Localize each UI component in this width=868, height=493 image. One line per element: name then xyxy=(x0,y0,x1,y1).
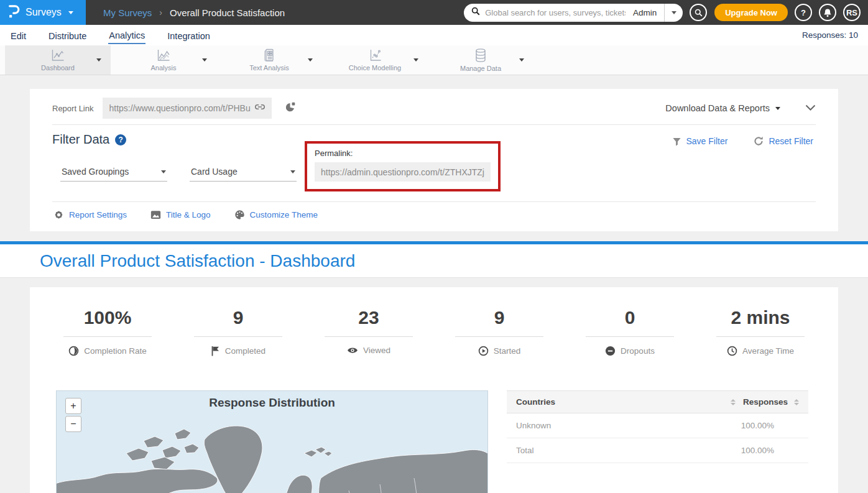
gear-icon xyxy=(53,210,64,220)
responses-cell: 100.00% xyxy=(741,421,799,430)
search-input[interactable] xyxy=(485,8,626,17)
divider xyxy=(52,124,816,125)
page-title: Overall Product Satisfaction - Dashboard xyxy=(40,251,355,271)
countries-table-header: Countries Responses xyxy=(507,390,808,413)
save-filter-label: Save Filter xyxy=(686,136,728,146)
search-button[interactable] xyxy=(690,4,707,21)
chevron-down-icon xyxy=(68,11,73,14)
divider xyxy=(586,336,674,337)
tab-analysis[interactable]: Analysis xyxy=(111,45,216,75)
tab-dropdown-icon[interactable] xyxy=(413,58,418,62)
column-responses[interactable]: Responses xyxy=(743,397,788,407)
search-scope-dropdown[interactable] xyxy=(664,4,683,22)
analytics-toolbar: Dashboard Analysis Text Analysis Choice … xyxy=(0,45,868,75)
table-row: Total 100.00% xyxy=(507,438,808,463)
questionpro-logo-icon xyxy=(8,4,20,21)
user-avatar[interactable]: RS xyxy=(843,4,861,21)
nav-integration[interactable]: Integration xyxy=(167,27,211,44)
divider xyxy=(716,336,805,337)
saved-groupings-select[interactable]: Saved Groupings xyxy=(60,164,167,182)
search-scope-selector[interactable]: Admin xyxy=(626,8,664,17)
stat-completed: 9 Completed xyxy=(173,307,303,356)
tab-dropdown-icon[interactable] xyxy=(308,58,313,62)
tab-dropdown-icon[interactable] xyxy=(202,58,207,62)
table-row: Unknown 100.00% xyxy=(507,413,808,438)
stat-viewed: 23 Viewed xyxy=(303,307,434,356)
divider xyxy=(194,336,282,337)
countries-table: Countries Responses Unknown 100.00% Tota… xyxy=(507,390,808,463)
breadcrumb: My Surveys › Overall Product Satisfactio… xyxy=(103,7,285,18)
save-filter-button[interactable]: Save Filter xyxy=(672,136,728,146)
nav-distribute[interactable]: Distribute xyxy=(48,27,87,44)
download-label: Download Data & Reports xyxy=(665,103,770,113)
stat-label: Completion Rate xyxy=(84,346,147,356)
reset-filter-button[interactable]: Reset Filter xyxy=(754,136,813,146)
breadcrumb-separator: › xyxy=(159,7,162,17)
stat-label: Started xyxy=(494,346,521,356)
sort-responses-icon[interactable] xyxy=(794,399,799,405)
sort-countries-icon[interactable] xyxy=(731,399,736,405)
tab-label: Dashboard xyxy=(41,64,75,71)
divider xyxy=(52,201,816,202)
search-icon xyxy=(471,7,480,18)
tab-label: Text Analysis xyxy=(249,64,289,71)
top-header: Surveys My Surveys › Overall Product Sat… xyxy=(0,0,868,25)
notifications-button[interactable] xyxy=(819,4,836,21)
download-data-reports-menu[interactable]: Download Data & Reports xyxy=(665,103,780,113)
link-icon[interactable] xyxy=(254,103,265,114)
stat-value: 9 xyxy=(233,307,244,328)
upgrade-now-button[interactable]: Upgrade Now xyxy=(714,4,788,21)
tab-dashboard[interactable]: Dashboard xyxy=(5,45,111,75)
customize-theme-link[interactable]: Customize Theme xyxy=(234,210,318,220)
tab-choice-modelling[interactable]: Choice Modelling xyxy=(322,45,428,75)
customize-theme-label: Customize Theme xyxy=(250,210,318,219)
permalink-input[interactable] xyxy=(315,162,491,182)
report-settings-link[interactable]: Report Settings xyxy=(53,210,127,220)
nav-analytics[interactable]: Analytics xyxy=(108,27,145,44)
card-usage-select[interactable]: Card Usage xyxy=(190,164,297,182)
report-link-input[interactable] xyxy=(109,103,254,113)
response-distribution-map[interactable]: Response Distribution + − xyxy=(56,390,488,493)
chevron-down-icon xyxy=(161,170,166,173)
title-logo-label: Title & Logo xyxy=(166,210,211,219)
divider xyxy=(63,336,152,337)
nav-edit[interactable]: Edit xyxy=(10,27,27,44)
stat-value: 0 xyxy=(625,307,635,328)
responses-count: Responses: 10 xyxy=(802,30,858,40)
reset-filter-label: Reset Filter xyxy=(769,136,813,146)
product-menu[interactable]: Surveys xyxy=(0,0,86,25)
minus-circle-icon xyxy=(605,346,616,356)
palette-icon xyxy=(234,210,245,220)
stat-value: 23 xyxy=(358,307,379,328)
tab-text-analysis[interactable]: Text Analysis xyxy=(216,45,322,75)
document-grid-icon xyxy=(262,48,277,62)
tab-dropdown-icon[interactable] xyxy=(96,58,101,62)
breadcrumb-my-surveys[interactable]: My Surveys xyxy=(103,7,152,18)
tab-manage-data[interactable]: Manage Data xyxy=(428,45,533,75)
stat-value: 9 xyxy=(494,307,505,328)
questionpro-app: Surveys My Surveys › Overall Product Sat… xyxy=(0,0,868,493)
column-countries[interactable]: Countries xyxy=(516,397,555,407)
permalink-label: Permalink: xyxy=(315,149,491,158)
saved-groupings-value: Saved Groupings xyxy=(62,167,129,177)
chevron-down-icon xyxy=(290,170,295,173)
map-zoom-out-button[interactable]: − xyxy=(65,416,81,432)
filter-help-icon[interactable]: ? xyxy=(115,134,126,145)
tab-label: Choice Modelling xyxy=(349,64,401,71)
report-filter-panel: Report Link Download Data & Reports Filt… xyxy=(30,89,838,231)
title-logo-link[interactable]: Title & Logo xyxy=(150,210,211,220)
filter-data-header: Filter Data ? xyxy=(52,132,126,147)
report-share-icon[interactable] xyxy=(284,101,296,116)
report-link-row: Report Link Download Data & Reports xyxy=(52,96,816,121)
help-button[interactable]: ? xyxy=(795,4,812,21)
map-title: Response Distribution xyxy=(57,396,487,410)
tab-dropdown-icon[interactable] xyxy=(519,58,524,62)
chevron-down-icon xyxy=(775,107,780,110)
collapse-panel-chevron[interactable] xyxy=(805,103,816,114)
map-zoom-in-button[interactable]: + xyxy=(65,398,81,414)
summary-stats: 100% Completion Rate 9 Completed 23 xyxy=(42,307,826,356)
area-chart-icon xyxy=(156,48,171,62)
stat-label: Completed xyxy=(225,346,265,356)
scatter-chart-icon xyxy=(367,48,382,62)
line-chart-icon xyxy=(50,48,65,62)
